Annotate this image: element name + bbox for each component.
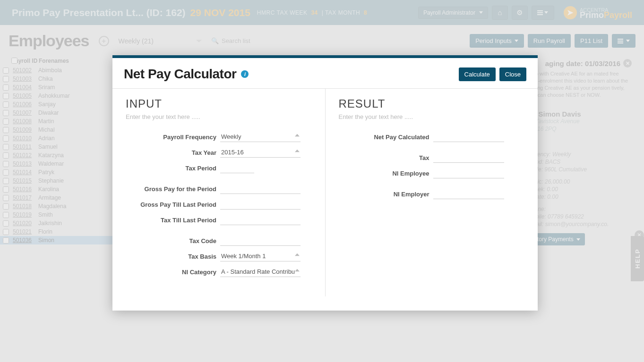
tax-basis-select[interactable]: Week 1/Month 1 — [220, 251, 301, 261]
dropdown-triangle-icon — [295, 253, 300, 256]
payroll-frequency-select[interactable]: Weekly — [220, 132, 301, 142]
label-tax-period: Tax Period — [126, 165, 220, 172]
label-tax-code: Tax Code — [126, 237, 220, 244]
label-net-pay: Net Pay Calculated — [339, 134, 433, 141]
label-frequency: Payroll Frequency — [126, 134, 220, 141]
tax-output — [433, 152, 504, 163]
result-heading: RESULT — [339, 97, 525, 110]
info-icon[interactable]: i — [241, 70, 249, 78]
label-tax-last: Tax Till Last Period — [126, 217, 220, 224]
tax-year-value: 2015-16 — [221, 149, 244, 156]
label-ni-category: NI Category — [126, 269, 220, 276]
tax-last-input[interactable] — [220, 215, 301, 225]
gross-last-input[interactable] — [220, 199, 301, 210]
label-tax-basis: Tax Basis — [126, 253, 220, 260]
close-button[interactable]: Close — [499, 67, 526, 81]
net-pay-calculator-modal: Net Pay Calculator i Calculate Close INP… — [112, 55, 538, 311]
result-pane: RESULT Enter the your text here ..... Ne… — [326, 89, 538, 296]
calculate-button[interactable]: Calculate — [459, 67, 496, 81]
net-pay-output — [433, 132, 504, 142]
tax-period-input[interactable] — [220, 163, 254, 173]
result-hint: Enter the your text here ..... — [339, 113, 525, 120]
input-pane: INPUT Enter the your text here ..... Pay… — [112, 89, 326, 296]
tax-year-select[interactable]: 2015-16 — [220, 147, 301, 158]
tax-basis-value: Week 1/Month 1 — [221, 253, 266, 260]
modal-title: Net Pay Calculator — [124, 67, 236, 82]
ni-employee-output — [433, 168, 504, 178]
label-result-tax: Tax — [339, 154, 433, 161]
frequency-value: Weekly — [221, 133, 241, 140]
dropdown-triangle-icon — [295, 269, 300, 272]
ni-category-value: A - Standard Rate Contribu — [221, 268, 295, 275]
label-ni-employer: NI Employer — [339, 191, 433, 198]
tax-code-input[interactable] — [220, 236, 301, 246]
label-ni-employee: NI Employee — [339, 170, 433, 177]
label-gross-pay: Gross Pay for the Period — [126, 185, 220, 193]
gross-pay-input[interactable] — [220, 184, 301, 194]
dropdown-triangle-icon — [295, 150, 300, 152]
ni-employer-output — [433, 189, 504, 199]
dropdown-triangle-icon — [295, 134, 300, 137]
input-hint: Enter the your text here ..... — [126, 113, 312, 120]
label-tax-year: Tax Year — [126, 149, 220, 156]
label-gross-last: Gross Pay Till Last Period — [126, 201, 220, 208]
ni-category-select[interactable]: A - Standard Rate Contribu — [220, 267, 301, 277]
input-heading: INPUT — [126, 97, 312, 110]
